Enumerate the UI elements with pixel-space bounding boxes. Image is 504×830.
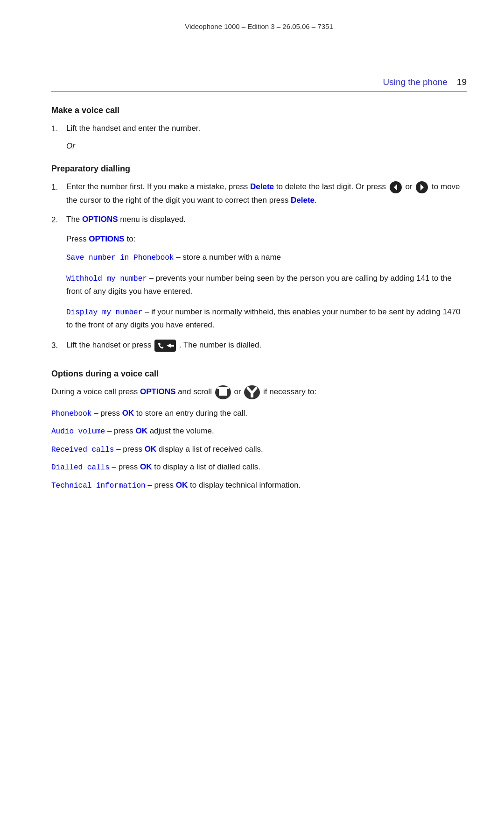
options-voice-call-section: Options during a voice call During a voi… [51,369,467,492]
svg-rect-8 [217,387,229,389]
list-content: Enter the number first. If you make a mi… [66,180,467,206]
menu-link-2[interactable]: Withhold my number [66,275,147,283]
menu-link-1[interactable]: Save number in Phonebook [66,254,174,262]
preparatory-dialling-heading: Preparatory dialling [51,164,467,174]
main-content: Make a voice call 1. Lift the handset an… [51,106,467,492]
options-keyword-press: OPTIONS [89,234,125,243]
list-item: 3. Lift the handset or press [51,339,467,352]
received-calls-link[interactable]: Received calls [51,446,114,454]
document-header: Videophone 1000 – Edition 3 – 26.05.06 –… [51,14,467,30]
section-title-link[interactable]: Using the phone [383,77,447,87]
options-intro: During a voice call press OPTIONS and sc… [51,385,467,399]
page-container: Videophone 1000 – Edition 3 – 26.05.06 –… [0,0,504,830]
voice-option-phonebook: Phonebook – press OK to store an entry d… [51,407,467,420]
voice-call-options-list: Phonebook – press OK to store an entry d… [51,407,467,492]
list-item: 1. Lift the handset and enter the number… [51,122,467,135]
ok-keyword-3: OK [145,445,157,454]
list-content: Lift the handset or press [66,339,467,352]
right-arrow-icon [415,181,428,194]
audio-volume-link[interactable]: Audio volume [51,427,105,436]
header-title: Videophone 1000 – Edition 3 – 26.05.06 –… [185,22,333,30]
press-options-line: Press OPTIONS to: [66,233,467,245]
voice-option-dialled-calls: Dialled calls – press OK to display a li… [51,461,467,474]
voice-option-technical-info: Technical information – press OK to disp… [51,479,467,492]
svg-rect-9 [219,389,227,396]
menu-options: Save number in Phonebook – store a numbe… [66,251,467,331]
scroll-down-icon [244,385,260,399]
options-keyword-step2: OPTIONS [82,215,118,224]
list-content: Lift the handset and enter the number. [66,122,467,135]
list-number: 1. [51,180,66,193]
list-number: 3. [51,339,66,352]
make-voice-call-section: Make a voice call 1. Lift the handset an… [51,106,467,151]
make-voice-call-heading: Make a voice call [51,106,467,115]
options-voice-call-heading: Options during a voice call [51,369,467,379]
page-header-row: Using the phone 19 [51,77,467,87]
or-text: Or [66,142,467,151]
ok-keyword-4: OK [140,462,152,471]
menu-option-3: Display my number – if your number is no… [66,305,467,332]
scroll-up-icon [215,385,231,399]
page-number: 19 [457,77,467,87]
technical-info-link[interactable]: Technical information [51,482,146,490]
phonebook-link[interactable]: Phonebook [51,410,91,418]
preparatory-dialling-section: Preparatory dialling 1. Enter the number… [51,164,467,352]
list-number: 2. [51,213,66,226]
preparatory-dialling-list: 1. Enter the number first. If you make a… [51,180,467,226]
menu-option-2: Withhold my number – prevents your numbe… [66,272,467,298]
svg-rect-6 [171,345,174,347]
delete-keyword-2: Delete [291,196,315,205]
left-arrow-icon [389,181,402,194]
divider-line [51,91,467,92]
list-item: 2. The OPTIONS menu is displayed. [51,213,467,226]
options-keyword-voice: OPTIONS [140,387,176,396]
prep-step3-list: 3. Lift the handset or press [51,339,467,352]
list-number: 1. [51,122,66,135]
list-content: The OPTIONS menu is displayed. [66,213,467,226]
menu-option-1: Save number in Phonebook – store a numbe… [66,251,467,264]
call-button-icon [154,340,176,352]
menu-link-3[interactable]: Display my number [66,308,142,317]
ok-keyword-5: OK [176,481,188,489]
voice-option-received-calls: Received calls – press OK display a list… [51,443,467,456]
ok-keyword-1: OK [122,409,134,418]
delete-keyword-1: Delete [250,182,274,191]
ok-keyword-2: OK [135,426,147,435]
dialled-calls-link[interactable]: Dialled calls [51,463,110,472]
voice-option-audio-volume: Audio volume – press OK adjust the volum… [51,425,467,438]
list-item: 1. Enter the number first. If you make a… [51,180,467,206]
make-voice-call-list: 1. Lift the handset and enter the number… [51,122,467,135]
